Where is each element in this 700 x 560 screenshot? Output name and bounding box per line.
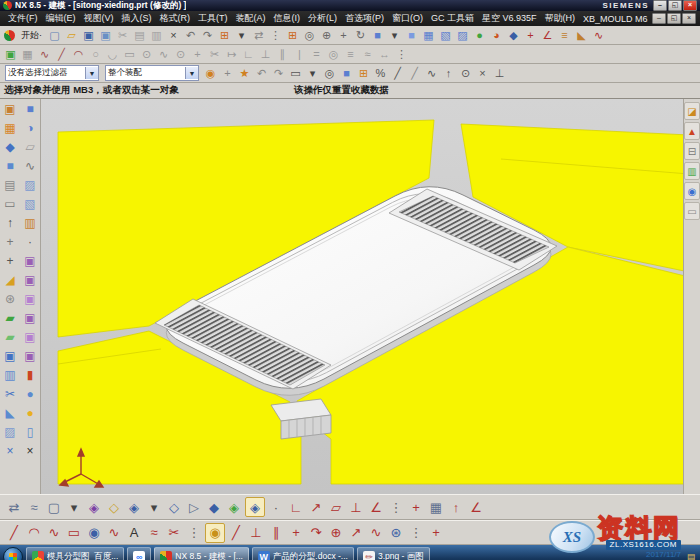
mw-gear-icon[interactable]: ⊛: [2, 290, 19, 309]
menu-gc-toolbox[interactable]: GC 工具箱: [427, 12, 478, 25]
arrow-up-icon[interactable]: ↑: [2, 214, 19, 233]
mw-flag-icon[interactable]: ▲: [684, 122, 700, 140]
menu-tools[interactable]: 工具(T): [194, 12, 232, 25]
line-icon[interactable]: ╱: [54, 47, 69, 62]
mw-parting-surface-icon[interactable]: ▥: [2, 366, 19, 385]
wave-linker-active-icon[interactable]: ◈: [245, 497, 265, 517]
datum-csys-icon[interactable]: ⊥: [347, 498, 365, 516]
studio-spline-icon[interactable]: ∿: [105, 524, 123, 542]
linked-body-icon[interactable]: ◈: [125, 498, 143, 516]
mirror-body-icon[interactable]: ⇄: [5, 498, 23, 516]
ruler-icon[interactable]: ≡: [557, 28, 572, 43]
zoom-window-icon[interactable]: ◎: [302, 28, 317, 43]
taskbar-paint-button[interactable]: ✏3.png - 画图: [357, 547, 430, 560]
mw-trim-icon[interactable]: ✂: [2, 385, 19, 404]
gear-icon[interactable]: ⊛: [387, 524, 405, 542]
select-arrow-icon[interactable]: ▷: [185, 498, 203, 516]
draft-analysis-icon[interactable]: ◣: [574, 28, 589, 43]
cross-icon[interactable]: +: [190, 47, 205, 62]
static-wireframe-icon[interactable]: ▧: [438, 28, 453, 43]
circle-icon[interactable]: ◉: [85, 524, 103, 542]
make-corner-icon[interactable]: ∟: [241, 47, 256, 62]
eye-icon[interactable]: ◎: [322, 66, 337, 81]
wireframe-icon[interactable]: ▦: [421, 28, 436, 43]
save-as-icon[interactable]: ▣: [98, 28, 113, 43]
overflow-dots-icon[interactable]: ⋮: [387, 498, 405, 516]
assembly-cut-icon[interactable]: ◆: [205, 498, 223, 516]
arc-arrow-icon[interactable]: ↷: [307, 524, 325, 542]
redo-small-icon[interactable]: ↷: [271, 66, 286, 81]
chevron-down-icon[interactable]: ▼: [185, 67, 198, 79]
mw-region-6-icon[interactable]: ▣: [22, 347, 39, 366]
dot-separator-icon[interactable]: ·: [22, 233, 39, 252]
menu-help[interactable]: 帮助(H): [541, 12, 580, 25]
mdi-restore-button[interactable]: ◱: [667, 13, 681, 24]
undo-small-icon[interactable]: ↶: [254, 66, 269, 81]
vertical-constraint-icon[interactable]: |: [292, 47, 307, 62]
mw-sheet-icon[interactable]: ▭: [684, 202, 700, 220]
dropdown-arrow-icon[interactable]: ▾: [145, 498, 163, 516]
open-folder-icon[interactable]: ▱: [64, 28, 79, 43]
new-file-icon[interactable]: ▢: [47, 28, 62, 43]
dimension-icon[interactable]: ↔: [377, 47, 392, 62]
mw-workpiece-icon[interactable]: ■: [2, 157, 19, 176]
axis-arrow-icon[interactable]: ↑: [447, 498, 465, 516]
cut-icon[interactable]: ✂: [115, 28, 130, 43]
circle-icon[interactable]: ○: [88, 47, 103, 62]
arrow-up-icon[interactable]: ↑: [441, 66, 456, 81]
cube-outline-icon[interactable]: ▢: [45, 498, 63, 516]
taskbar-nx-button[interactable]: NX 8.5 - 建模 - [...: [154, 547, 249, 560]
star-icon[interactable]: ★: [237, 66, 252, 81]
snap-on-curve-icon[interactable]: ∿: [424, 66, 439, 81]
snap-perpendicular-icon[interactable]: ⊥: [492, 66, 507, 81]
menu-preferences[interactable]: 首选项(P): [341, 12, 388, 25]
measure-distance-icon[interactable]: +: [523, 28, 538, 43]
hand-select-icon[interactable]: +: [220, 66, 235, 81]
taskbar-baidu-netdisk-button[interactable]: ∞: [127, 547, 151, 560]
plane-grid-icon[interactable]: ▦: [427, 498, 445, 516]
extract-body-icon[interactable]: ◇: [105, 498, 123, 516]
arc-icon[interactable]: ◠: [25, 524, 43, 542]
fillet-icon[interactable]: ◡: [105, 47, 120, 62]
graphics-viewport[interactable]: [41, 99, 683, 494]
chevron-down-icon[interactable]: ▼: [85, 67, 98, 79]
snap-center-icon[interactable]: ⊙: [458, 66, 473, 81]
anchor-cross-icon[interactable]: +: [427, 524, 445, 542]
sheet-body-icon[interactable]: ▭: [2, 195, 19, 214]
undo-icon[interactable]: ↶: [183, 28, 198, 43]
sheet-icon[interactable]: ▱: [22, 138, 39, 157]
perpendicular-constraint-icon[interactable]: ⊥: [258, 47, 273, 62]
dropdown-arrow-icon[interactable]: ▾: [305, 66, 320, 81]
menu-file[interactable]: 文件(F): [4, 12, 42, 25]
extrude-icon[interactable]: ■: [22, 100, 39, 119]
menu-view[interactable]: 视图(V): [80, 12, 118, 25]
rectangle-icon[interactable]: ▭: [65, 524, 83, 542]
mw-circuit-icon[interactable]: ⊟: [684, 142, 700, 160]
mw-region-4-icon[interactable]: ▣: [22, 309, 39, 328]
overflow-dots-icon[interactable]: ⋮: [268, 28, 283, 43]
menu-insert[interactable]: 插入(S): [118, 12, 156, 25]
scissors-icon[interactable]: ✂: [165, 524, 183, 542]
overflow-dots-icon[interactable]: ⋮: [185, 524, 203, 542]
circle-plus-icon[interactable]: ⊕: [327, 524, 345, 542]
snap-angle-icon[interactable]: ◉: [203, 66, 218, 81]
menu-xingkong[interactable]: 星空 V6.935F: [478, 12, 541, 25]
revolve-icon[interactable]: ◑: [22, 119, 39, 138]
symmetry-constraint-icon[interactable]: ≈: [360, 47, 375, 62]
mdi-minimize-button[interactable]: –: [652, 13, 666, 24]
marquee-select-icon[interactable]: ▭: [288, 66, 303, 81]
menu-edit[interactable]: 编辑(E): [42, 12, 80, 25]
concentric-constraint-icon[interactable]: ◎: [326, 47, 341, 62]
mw-slide-icon[interactable]: ◢: [2, 271, 19, 290]
curve-analysis-icon[interactable]: ∿: [591, 28, 606, 43]
wave-geometry-icon[interactable]: ◈: [225, 498, 243, 516]
point-on-line-icon[interactable]: ⊥: [247, 524, 265, 542]
ruled-surface-icon[interactable]: ▨: [22, 176, 39, 195]
interpart-link-icon[interactable]: ⇄: [251, 28, 266, 43]
offset-surface-icon[interactable]: ≈: [25, 498, 43, 516]
sphere-blue-icon[interactable]: ●: [22, 385, 39, 404]
menu-assemblies[interactable]: 装配(A): [232, 12, 270, 25]
dropdown-arrow-icon[interactable]: ▾: [65, 498, 83, 516]
selection-scope-combo[interactable]: 整个装配 ▼: [105, 65, 199, 81]
book-icon[interactable]: ▯: [22, 423, 39, 442]
